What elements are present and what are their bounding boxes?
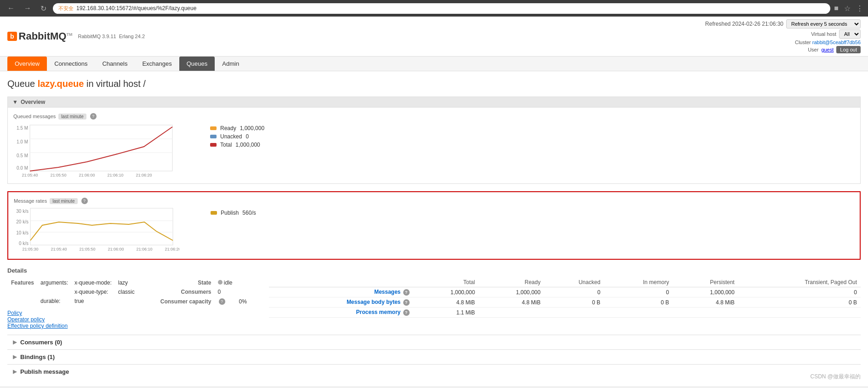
state-table: State idle Consumers 0 Consumer capacity (157, 278, 251, 307)
ready-value: 1,000,000 (240, 125, 264, 131)
features-table: Features arguments: x-queue-mode: lazy x… (7, 278, 138, 306)
ready-color (210, 126, 217, 130)
queued-messages-help[interactable]: ? (90, 113, 97, 120)
total-color (210, 143, 217, 147)
ready-label: Ready (220, 125, 236, 131)
overview-section: ▼ Overview Queued messages last minute ?… (7, 97, 861, 184)
consumers-section-label: Consumers (0) (20, 339, 62, 346)
stats-table: Total Ready Unacked In memory Persistent… (269, 278, 861, 318)
version-info: RabbitMQ 3.9.11 Erlang 24.2 (78, 34, 145, 39)
svg-text:30 k/s: 30 k/s (16, 209, 29, 214)
details-section: Details Features arguments: x-queue-mode… (7, 267, 861, 329)
publish-message-section[interactable]: ▶ Publish message (7, 364, 861, 379)
publish-label: Publish (221, 210, 239, 216)
body-bytes-ready: 4.8 MiB (479, 297, 544, 308)
process-memory-label: Process memory ? (269, 308, 413, 318)
extensions-icon[interactable]: ■ (834, 4, 839, 12)
legend-publish: Publish 560/s (211, 210, 256, 216)
bookmark-icon[interactable]: ☆ (844, 4, 851, 13)
browser-chrome: ← → ↻ 不安全 192.168.30.140:15672/#/queues/… (0, 0, 868, 17)
queued-messages-chart: 1.5 M 1.0 M 0.5 M 0.0 M 21:05:40 21: (13, 121, 179, 177)
state-value-cell: idle (215, 279, 235, 287)
svg-text:21:05:40: 21:05:40 (22, 173, 38, 177)
messages-transient: 0 (738, 287, 861, 297)
svg-text:1.0 M: 1.0 M (17, 139, 28, 144)
state-dot (218, 280, 223, 285)
col-unacked: Unacked (544, 278, 604, 287)
watermark: CSDN @做最幸福的 (810, 373, 861, 381)
state-value: idle (224, 280, 233, 286)
svg-text:10 k/s: 10 k/s (16, 230, 29, 235)
menu-icon[interactable]: ⋮ (856, 4, 863, 13)
logo: b RabbitMQTM (7, 30, 72, 42)
virtual-host-area: Virtual host All / (811, 29, 861, 39)
nav-queues[interactable]: Queues (179, 57, 215, 71)
col-in-memory: In memory (604, 278, 673, 287)
virtual-host-select[interactable]: All / (839, 29, 861, 39)
legend-ready: Ready 1,000,000 (210, 125, 264, 131)
rates-time-range-badge[interactable]: last minute (50, 198, 77, 204)
policy-link[interactable]: Policy (7, 310, 22, 316)
back-button[interactable]: ← (5, 3, 17, 13)
col-ready: Ready (479, 278, 544, 287)
effective-policy-link[interactable]: Effective policy definition (7, 323, 68, 329)
nav-exchanges[interactable]: Exchanges (135, 57, 179, 71)
forward-button[interactable]: → (21, 3, 34, 13)
logo-icon: b (7, 32, 17, 41)
top-bar: b RabbitMQTM RabbitMQ 3.9.11 Erlang 24.2… (0, 17, 868, 57)
queue-name: lazy.queue (38, 79, 84, 89)
legend-total: Total 1,000,000 (210, 142, 264, 148)
nav-admin[interactable]: Admin (215, 57, 246, 71)
bindings-section[interactable]: ▶ Bindings (1) (7, 349, 861, 364)
svg-text:21:06:00: 21:06:00 (108, 247, 124, 251)
overview-section-header[interactable]: ▼ Overview (7, 97, 861, 108)
features-xqueue-type-value: classic (115, 288, 137, 296)
col-total: Total (413, 278, 479, 287)
logout-button[interactable]: Log out (836, 46, 861, 53)
reload-button[interactable]: ↻ (38, 3, 49, 14)
user-link[interactable]: guest (821, 47, 834, 52)
logo-text: RabbitMQTM (19, 30, 73, 42)
time-range-badge[interactable]: last minute (58, 114, 86, 120)
messages-row-label: Messages ? (269, 287, 413, 297)
security-warning: 不安全 (58, 5, 74, 12)
row-message-body-bytes: Message body bytes ? 4.8 MiB 4.8 MiB 0 B… (269, 297, 861, 308)
page-title: Queue lazy.queue in virtual host / (7, 79, 861, 89)
user-info: User guest Log out (808, 46, 861, 53)
svg-text:21:06:20: 21:06:20 (165, 247, 179, 251)
policy-links: Policy Operator policy Effective policy … (7, 310, 138, 329)
publish-expand-arrow: ▶ (13, 369, 17, 375)
features-column: Features arguments: x-queue-mode: lazy x… (7, 278, 138, 329)
nav-channels[interactable]: Channels (95, 57, 135, 71)
messages-help[interactable]: ? (403, 289, 410, 296)
url-text: 192.168.30.140:15672/#/queues/%2F/lazy.q… (76, 5, 196, 11)
body-bytes-persistent: 4.8 MiB (673, 297, 738, 308)
body-bytes-transient: 0 B (738, 297, 861, 308)
operator-policy-link[interactable]: Operator policy (7, 316, 45, 323)
messages-persistent: 1,000,000 (673, 287, 738, 297)
row-process-memory: Process memory ? 1.1 MiB (269, 308, 861, 318)
nav-connections[interactable]: Connections (47, 57, 95, 71)
rates-help[interactable]: ? (81, 198, 88, 204)
messages-ready: 1,000,000 (479, 287, 544, 297)
overview-collapse-icon: ▼ (12, 99, 18, 105)
svg-text:21:06:10: 21:06:10 (107, 173, 123, 177)
cluster-info: Cluster rabbit@5ceabff7db56 (795, 40, 861, 45)
nav-overview[interactable]: Overview (7, 57, 47, 71)
unacked-label: Unacked (220, 133, 242, 140)
main-content: Queue lazy.queue in virtual host / ▼ Ove… (0, 71, 868, 386)
refresh-select[interactable]: Refresh every 5 seconds Refresh every 10… (786, 19, 861, 29)
svg-text:21:06:00: 21:06:00 (79, 173, 95, 177)
consumers-section[interactable]: ▶ Consumers (0) (7, 335, 861, 349)
message-body-bytes-label: Message body bytes ? (269, 297, 413, 308)
queued-messages-label: Queued messages last minute ? (13, 113, 855, 120)
overview-chart-row: 1.5 M 1.0 M 0.5 M 0.0 M 21:05:40 21: (13, 121, 855, 178)
body-bytes-total: 4.8 MiB (413, 297, 479, 308)
overview-chart: 1.5 M 1.0 M 0.5 M 0.0 M 21:05:40 21: (13, 121, 197, 178)
cluster-link[interactable]: rabbit@5ceabff7db56 (812, 40, 861, 45)
process-memory-help[interactable]: ? (403, 309, 410, 316)
consumer-capacity-help-btn[interactable]: ? (219, 298, 225, 305)
body-bytes-help[interactable]: ? (403, 299, 410, 306)
address-bar[interactable]: 不安全 192.168.30.140:15672/#/queues/%2F/la… (53, 3, 830, 14)
svg-rect-16 (30, 208, 173, 245)
